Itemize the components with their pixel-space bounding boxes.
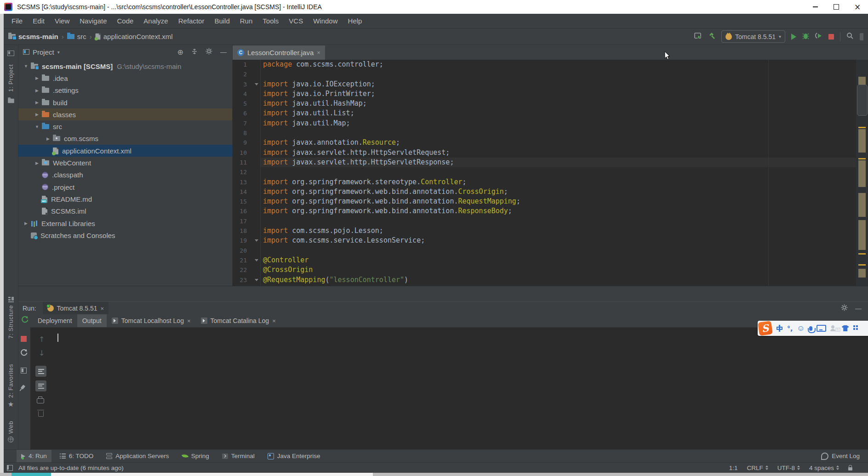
code-text[interactable]: import javax.servlet.http.HttpServletRes…: [261, 158, 868, 167]
code-line-5[interactable]: 5import java.util.HashMap;: [233, 99, 868, 108]
line-number[interactable]: 16: [233, 206, 247, 216]
code-line-22[interactable]: 22@CrossOrigin: [233, 265, 868, 275]
breadcrumb-item[interactable]: scsms-main: [8, 33, 58, 40]
console-rerun-icon[interactable]: [20, 349, 28, 359]
settings-gear-icon[interactable]: [206, 48, 212, 56]
collapse-all-icon[interactable]: [191, 48, 198, 56]
tree-item-com-scsms[interactable]: ▶com.scsms: [18, 133, 232, 145]
search-everywhere-icon[interactable]: [846, 32, 854, 41]
readonly-lock-icon[interactable]: [848, 467, 852, 470]
close-button[interactable]: ×: [847, 0, 868, 14]
debug-button[interactable]: [802, 32, 809, 41]
line-number[interactable]: 13: [233, 177, 247, 187]
chevron-down-icon[interactable]: ▾: [57, 50, 60, 55]
line-number[interactable]: 10: [233, 148, 247, 158]
line-number[interactable]: 22: [233, 265, 247, 275]
breadcrumb-item[interactable]: applicationContext.xml: [95, 33, 173, 40]
code-line-9[interactable]: 9import javax.annotation.Resource;: [233, 138, 868, 147]
code-line-7[interactable]: 7import java.util.Map;: [233, 119, 868, 128]
sidebar-item-structure[interactable]: 7: Structure: [4, 305, 18, 339]
line-number[interactable]: 2: [233, 69, 247, 79]
code-line-14[interactable]: 14import org.springframework.web.bind.an…: [233, 187, 868, 197]
soft-wrap-toggle[interactable]: [35, 366, 46, 377]
line-number[interactable]: 12: [233, 167, 247, 177]
line-number[interactable]: 3: [233, 79, 247, 89]
code-line-12[interactable]: 12: [233, 167, 868, 177]
line-number[interactable]: 6: [233, 108, 247, 118]
code-line-20[interactable]: 20: [233, 246, 868, 255]
rerun-server-icon[interactable]: [21, 316, 29, 326]
menu-code[interactable]: Code: [112, 14, 138, 28]
code-line-21[interactable]: 21@Controller: [233, 255, 868, 265]
tab-close-icon[interactable]: ×: [187, 318, 191, 324]
ime-more-icon[interactable]: [853, 325, 858, 331]
line-number[interactable]: 18: [233, 226, 247, 236]
toolwindow-button-terminal[interactable]: Terminal: [217, 450, 259, 463]
project-panel-title[interactable]: Project: [33, 48, 54, 56]
tree-item-settings[interactable]: ▶.settings: [18, 85, 232, 96]
breadcrumb-item[interactable]: src: [67, 33, 86, 40]
code-text[interactable]: [261, 69, 868, 79]
run-tab-tomcat-catalina-log[interactable]: Tomcat Catalina Log×: [196, 314, 281, 327]
code-text[interactable]: import org.springframework.stereotype.Co…: [261, 177, 868, 187]
caret-position[interactable]: 1:1: [729, 465, 738, 471]
menu-navigate[interactable]: Navigate: [74, 14, 112, 28]
fold-marker-icon[interactable]: [255, 259, 258, 261]
ime-skin-icon[interactable]: [842, 325, 849, 331]
run-button[interactable]: [791, 34, 796, 40]
line-number[interactable]: 4: [233, 89, 247, 99]
menu-help[interactable]: Help: [343, 14, 367, 28]
toggle-tool-windows-icon[interactable]: [7, 465, 13, 471]
minimize-panel-icon[interactable]: —: [855, 305, 862, 312]
code-line-3[interactable]: 3import java.io.IOException;: [233, 79, 868, 89]
menu-run[interactable]: Run: [235, 14, 258, 28]
project-folder-icon[interactable]: [4, 98, 18, 103]
menu-view[interactable]: View: [50, 14, 74, 28]
tree-arrow-icon[interactable]: ▼: [32, 125, 42, 129]
line-number[interactable]: 15: [233, 197, 247, 206]
fold-marker-icon[interactable]: [255, 83, 258, 85]
scroll-down-icon[interactable]: ↓: [39, 349, 45, 357]
line-number[interactable]: 11: [233, 158, 247, 167]
status-segment-crlf[interactable]: CRLF: [747, 465, 768, 471]
event-log-button[interactable]: Event Log: [821, 453, 868, 460]
ime-login-icon[interactable]: 15: [830, 325, 838, 331]
status-message[interactable]: All files are up-to-date (6 minutes ago): [18, 465, 124, 471]
code-text[interactable]: import com.scsms.pojo.Lesson;: [261, 226, 868, 236]
ime-keyboard-icon[interactable]: [817, 325, 826, 332]
sogou-logo-icon[interactable]: S: [758, 321, 773, 336]
tree-item-classes[interactable]: ▶classes: [18, 108, 232, 120]
run-settings-gear-icon[interactable]: [841, 304, 848, 313]
maximize-button[interactable]: [826, 0, 847, 14]
line-number[interactable]: 7: [233, 119, 247, 128]
restore-layout-icon[interactable]: [21, 368, 27, 374]
tree-item-src[interactable]: ▼src: [18, 120, 232, 132]
tree-arrow-icon[interactable]: ▶: [32, 100, 42, 105]
ime-emoji-icon[interactable]: ☺: [797, 324, 805, 332]
hide-panel-icon[interactable]: —: [220, 48, 227, 56]
code-text[interactable]: import org.springframework.web.bind.anno…: [261, 197, 868, 206]
menu-window[interactable]: Window: [308, 14, 343, 28]
sidebar-item-web[interactable]: Web: [4, 421, 18, 434]
menu-vcs[interactable]: VCS: [284, 14, 308, 28]
code-line-6[interactable]: 6import java.util.List;: [233, 108, 868, 118]
scroll-up-icon[interactable]: ↑: [39, 335, 45, 344]
tree-item-external-libraries[interactable]: ▶External Libraries: [18, 217, 232, 229]
tree-item-readme-md[interactable]: README.md: [18, 193, 232, 205]
code-editor[interactable]: 1package com.scsms.controller;23import j…: [233, 60, 868, 286]
run-with-coverage-button[interactable]: [815, 32, 822, 41]
pin-tab-icon[interactable]: [22, 385, 24, 389]
menu-file[interactable]: File: [6, 14, 28, 28]
tree-arrow-icon[interactable]: ▶: [32, 112, 42, 117]
run-tab-tomcat[interactable]: Tomcat 8.5.51 ×: [43, 302, 109, 315]
tree-item-scsms-main-scsms[interactable]: ▼scsms-main [SCSMS]G:\study\scsms-main: [18, 60, 232, 72]
tree-item-applicationcontext-xml[interactable]: applicationContext.xml: [18, 145, 232, 157]
line-number[interactable]: 19: [233, 236, 247, 245]
sidebar-item-project[interactable]: 1: Project: [4, 64, 18, 92]
line-number[interactable]: 1: [233, 60, 247, 69]
stop-button[interactable]: [828, 34, 834, 40]
run-tab-output[interactable]: Output: [77, 314, 107, 327]
scroll-to-end-toggle[interactable]: [35, 380, 46, 391]
code-text[interactable]: import java.io.PrintWriter;: [261, 89, 868, 99]
toolwindow-button-application-servers[interactable]: Application Servers: [102, 450, 173, 463]
